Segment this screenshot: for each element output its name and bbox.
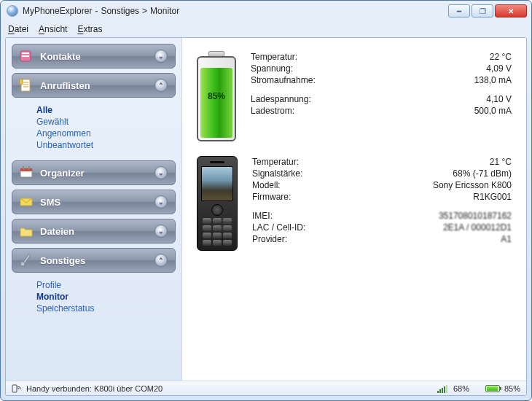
main-content: 85% Temperatur:22 °C Spannung:4,09 V Str… [182, 38, 526, 381]
sidebar-subitem-speicherstatus[interactable]: Speicherstatus [36, 303, 170, 314]
phone-section: Temperatur:21 °C Signalstärke:68% (-71 d… [197, 156, 512, 251]
metric-key: Spannung: [251, 63, 293, 74]
status-battery: 85% [504, 384, 520, 393]
sidebar-item-label: Sonstiges [40, 255, 154, 266]
app-name: MyPhoneExplorer [23, 6, 92, 16]
sidebar-subitem-angenommen[interactable]: Angenommen [36, 128, 170, 139]
battery-status-icon [485, 385, 500, 392]
metric-key: Modell: [252, 180, 281, 190]
battery-percent: 85% [208, 91, 225, 101]
metric-key: LAC / Cell-ID: [252, 222, 305, 233]
anruflisten-subitems: Alle Gewählt Angenommen Unbeantwortet [12, 102, 176, 156]
svg-point-14 [20, 262, 25, 266]
metric-value: 4,10 V [486, 94, 512, 104]
breadcrumb-group: Sonstiges [101, 6, 139, 16]
metric-key: Ladestrom: [251, 106, 294, 116]
sidebar-subitem-unbeantwortet[interactable]: Unbeantwortet [36, 140, 170, 150]
sidebar: Kontakte ⌄ Anruflisten ⌃ Alle Gewählt An… [6, 38, 182, 381]
sidebar-item-sonstiges[interactable]: Sonstiges ⌃ [12, 248, 176, 273]
status-signal: 68% [453, 384, 469, 393]
svg-rect-9 [20, 168, 32, 171]
metric-key: Temperatur: [252, 157, 299, 167]
folder-icon [18, 223, 34, 239]
calllist-icon [18, 77, 34, 93]
battery-icon: 85% [197, 51, 236, 141]
metric-key: Ladespannung: [251, 94, 311, 104]
titlebar: MyPhoneExplorer - Sonstiges > Monitor ━ … [1, 1, 531, 21]
sidebar-item-anruflisten[interactable]: Anruflisten ⌃ [12, 73, 176, 98]
sidebar-subitem-monitor[interactable]: Monitor [36, 292, 170, 302]
svg-rect-4 [20, 79, 23, 85]
metric-value: 21 °C [490, 157, 512, 167]
menu-file[interactable]: Datei [8, 24, 28, 34]
metric-key: Temperatur: [251, 52, 297, 62]
menu-extras[interactable]: Extras [77, 24, 102, 34]
phone-metrics: Temperatur:21 °C Signalstärke:68% (-71 d… [252, 156, 512, 251]
metric-value: 500,0 mA [474, 106, 512, 116]
status-connection: Handy verbunden: K800i über COM20 [26, 384, 163, 393]
sidebar-item-label: Dateien [40, 226, 154, 237]
battery-section: 85% Temperatur:22 °C Spannung:4,09 V Str… [197, 51, 512, 141]
svg-rect-15 [12, 385, 17, 392]
restore-button[interactable]: ❐ [472, 4, 493, 17]
sidebar-item-label: SMS [40, 197, 154, 208]
phone-icon [197, 156, 238, 251]
breadcrumb-page: Monitor [150, 6, 179, 16]
sidebar-item-kontakte[interactable]: Kontakte ⌄ [12, 44, 176, 69]
metric-value: A1 [501, 234, 512, 244]
chevron-down-icon: ⌄ [154, 195, 168, 209]
app-window: MyPhoneExplorer - Sonstiges > Monitor ━ … [0, 0, 532, 401]
metric-value: 4,09 V [486, 63, 512, 74]
signal-icon [437, 384, 449, 393]
metric-value: R1KG001 [473, 192, 512, 202]
tools-icon [18, 252, 34, 268]
metric-key: Provider: [252, 234, 287, 244]
chevron-down-icon: ⌄ [154, 225, 168, 238]
chevron-up-icon: ⌃ [154, 254, 168, 267]
envelope-icon [18, 194, 34, 210]
app-icon [7, 5, 18, 17]
svg-rect-11 [28, 166, 30, 170]
sidebar-subitem-profile[interactable]: Profile [36, 280, 170, 290]
svg-rect-10 [23, 166, 24, 170]
chevron-down-icon: ⌄ [154, 50, 168, 63]
svg-rect-1 [22, 52, 29, 54]
battery-metrics: Temperatur:22 °C Spannung:4,09 V Stromau… [251, 51, 512, 141]
metric-key: Stromaufnahme: [251, 75, 316, 85]
svg-rect-2 [22, 55, 29, 57]
metric-value: 68% (-71 dBm) [453, 168, 512, 179]
metric-value: Sony Ericsson K800 [433, 180, 512, 190]
metric-value: 138,0 mA [474, 75, 512, 85]
chevron-up-icon: ⌃ [154, 79, 168, 92]
sidebar-subitem-gewaehlt[interactable]: Gewählt [36, 117, 170, 127]
chevron-down-icon: ⌄ [154, 166, 168, 179]
contacts-icon [18, 48, 34, 64]
menu-view[interactable]: Ansicht [39, 24, 67, 34]
statusbar: Handy verbunden: K800i über COM20 68% 85… [6, 381, 526, 395]
metric-value: 22 °C [490, 52, 512, 62]
phone-connected-icon [12, 384, 22, 393]
sonstiges-subitems: Profile Monitor Speicherstatus [12, 277, 176, 319]
close-button[interactable]: ✕ [495, 4, 527, 17]
sidebar-item-label: Organizer [40, 168, 154, 179]
metric-key: Firmware: [252, 192, 291, 202]
sidebar-item-dateien[interactable]: Dateien ⌄ [12, 219, 176, 244]
sidebar-item-label: Anruflisten [40, 80, 154, 91]
metric-value: 2E1A / 000012D1 [443, 222, 512, 233]
metric-value: 351708010187162 [439, 211, 512, 221]
menubar: Datei Ansicht Extras [1, 21, 531, 37]
sidebar-item-label: Kontakte [40, 51, 154, 62]
metric-key: IMEI: [252, 211, 273, 221]
sidebar-item-organizer[interactable]: Organizer ⌄ [12, 160, 176, 185]
minimize-button[interactable]: ━ [448, 4, 470, 17]
sidebar-subitem-alle[interactable]: Alle [36, 105, 170, 115]
client-area: Kontakte ⌄ Anruflisten ⌃ Alle Gewählt An… [5, 37, 527, 396]
organizer-icon [18, 165, 34, 181]
metric-key: Signalstärke: [252, 168, 302, 179]
sidebar-item-sms[interactable]: SMS ⌄ [12, 190, 176, 214]
